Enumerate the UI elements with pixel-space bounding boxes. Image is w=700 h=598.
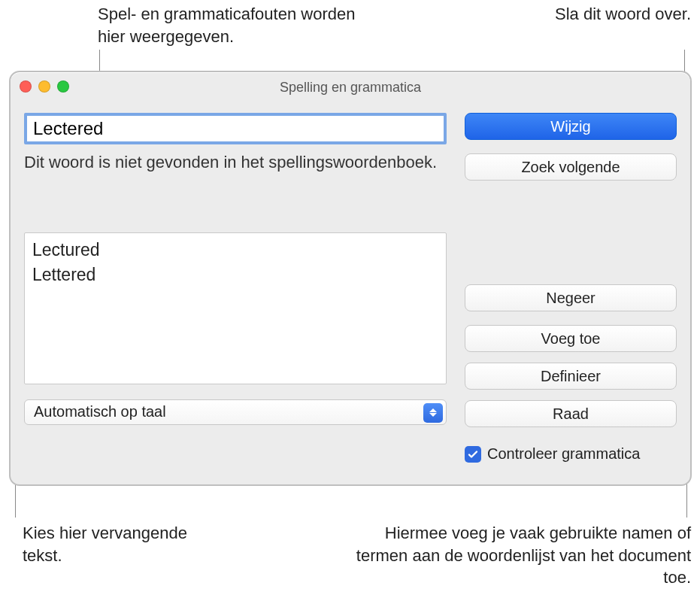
callout-choose-replacement: Kies hier vervangende tekst. bbox=[23, 522, 218, 566]
not-found-description: Dit woord is niet gevonden in het spelli… bbox=[24, 152, 447, 174]
zoom-icon[interactable] bbox=[57, 80, 69, 93]
ignore-button[interactable]: Negeer bbox=[465, 284, 677, 311]
left-column: Dit woord is niet gevonden in het spelli… bbox=[24, 113, 447, 463]
window-controls bbox=[20, 80, 69, 93]
learn-button[interactable]: Voeg toe bbox=[465, 325, 677, 352]
titlebar: Spelling en grammatica bbox=[11, 72, 690, 102]
language-select-value: Automatisch op taal bbox=[34, 403, 166, 420]
find-next-button[interactable]: Zoek volgende bbox=[465, 153, 677, 181]
guess-button[interactable]: Raad bbox=[465, 400, 677, 427]
close-icon[interactable] bbox=[20, 80, 32, 93]
chevron-up-down-icon bbox=[423, 403, 443, 423]
minimize-icon[interactable] bbox=[38, 80, 50, 93]
list-item[interactable]: Lectured bbox=[32, 238, 438, 263]
right-column: Wijzig Zoek volgende Negeer Voeg toe Def… bbox=[465, 113, 677, 463]
suggestions-list[interactable]: Lectured Lettered bbox=[24, 232, 447, 384]
change-button[interactable]: Wijzig bbox=[465, 113, 677, 140]
window-title: Spelling en grammatica bbox=[11, 80, 690, 96]
define-button[interactable]: Definieer bbox=[465, 363, 677, 390]
callout-skip-word: Sla dit woord over. bbox=[526, 3, 691, 26]
spelling-grammar-window: Spelling en grammatica Dit woord is niet… bbox=[9, 71, 692, 486]
callout-add-frequent: Hiermee voeg je vaak gebruikte namen of … bbox=[330, 522, 691, 589]
check-grammar-row[interactable]: Controleer grammatica bbox=[465, 445, 677, 463]
check-grammar-label: Controleer grammatica bbox=[487, 445, 640, 463]
list-item[interactable]: Lettered bbox=[32, 263, 438, 287]
misspelled-word-input[interactable] bbox=[24, 113, 447, 144]
callout-errors-shown: Spel- en grammaticafouten worden hier we… bbox=[98, 3, 368, 47]
checkbox-checked-icon[interactable] bbox=[465, 446, 481, 463]
language-select[interactable]: Automatisch op taal bbox=[24, 399, 447, 425]
